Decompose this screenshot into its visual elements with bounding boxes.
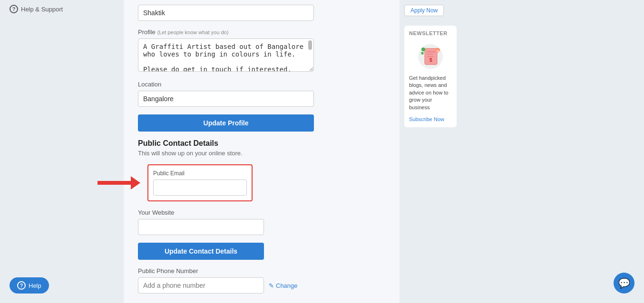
svg-text:$: $: [429, 57, 432, 63]
svg-point-5: [421, 47, 425, 51]
location-group: Location: [138, 81, 385, 107]
newsletter-title: NEWSLETTER: [409, 30, 452, 36]
location-label: Location: [138, 81, 385, 88]
phone-group: Public Phone Number ✎ Change: [138, 267, 385, 294]
left-panel: ? Help & Support: [0, 0, 124, 303]
newsletter-illustration: $ %: [409, 40, 452, 71]
svg-rect-3: [427, 54, 433, 55]
website-input[interactable]: [138, 219, 264, 235]
subscribe-now-link[interactable]: Subscribe Now: [409, 116, 444, 122]
red-arrow: [98, 176, 140, 189]
profile-textarea[interactable]: A Graffiti Artist based out of Bangalore…: [138, 38, 314, 72]
edit-icon: ✎: [269, 282, 274, 289]
change-label: Change: [276, 282, 298, 289]
update-profile-button[interactable]: Update Profile: [138, 114, 314, 132]
newsletter-svg: $ %: [418, 40, 444, 71]
newsletter-card: NEWSLETTER $: [404, 26, 457, 127]
profile-sublabel: (Let people know what you do): [157, 29, 228, 35]
website-group: Your Website: [138, 209, 385, 235]
profile-label: Profile (Let people know what you do): [138, 28, 385, 36]
newsletter-body: Get handpicked blogs, news and advice on…: [409, 75, 452, 111]
phone-label: Public Phone Number: [138, 267, 385, 275]
public-email-input[interactable]: [153, 180, 247, 196]
public-email-highlighted: Public Email: [147, 164, 253, 201]
svg-rect-4: [427, 56, 434, 57]
website-label: Your Website: [138, 209, 385, 216]
public-contact-title: Public Contact Details: [138, 139, 385, 148]
phone-row: ✎ Change: [138, 277, 385, 294]
help-circle-icon: ?: [10, 5, 18, 13]
public-email-label: Public Email: [153, 170, 247, 177]
svg-point-6: [421, 52, 424, 55]
profile-textarea-wrapper: A Graffiti Artist based out of Bangalore…: [138, 38, 314, 73]
main-content: Profile (Let people know what you do) A …: [124, 0, 400, 303]
location-input[interactable]: [138, 91, 314, 107]
public-email-row: Public Email: [138, 164, 385, 201]
profile-group: Profile (Let people know what you do) A …: [138, 28, 385, 73]
apply-now-button[interactable]: Apply Now: [404, 5, 444, 16]
username-input[interactable]: [138, 5, 314, 21]
apply-now-area: Apply Now: [404, 5, 457, 21]
update-profile-group: Update Profile: [138, 114, 385, 132]
username-group: [138, 5, 385, 21]
svg-text:%: %: [436, 49, 439, 53]
help-support-link[interactable]: ? Help & Support: [10, 5, 114, 13]
right-panel: Apply Now NEWSLETTER: [400, 0, 461, 303]
arrow-body: [98, 181, 131, 185]
update-contact-group: Update Contact Details: [138, 243, 385, 260]
change-link[interactable]: ✎ Change: [269, 282, 298, 289]
chat-bubble[interactable]: 💬: [614, 273, 634, 294]
help-bubble-icon: ?: [17, 281, 26, 290]
arrow-head: [131, 176, 140, 189]
update-contact-button[interactable]: Update Contact Details: [138, 243, 264, 260]
help-support-label: Help & Support: [21, 6, 63, 13]
help-bubble[interactable]: ? Help: [10, 277, 49, 294]
public-contact-section: Public Contact Details This will show up…: [138, 139, 385, 294]
svg-rect-2: [427, 51, 435, 52]
public-contact-subtitle: This will show up on your online store.: [138, 150, 385, 157]
chat-icon: 💬: [618, 277, 630, 289]
phone-input[interactable]: [138, 277, 264, 294]
help-bubble-label: Help: [29, 282, 41, 289]
